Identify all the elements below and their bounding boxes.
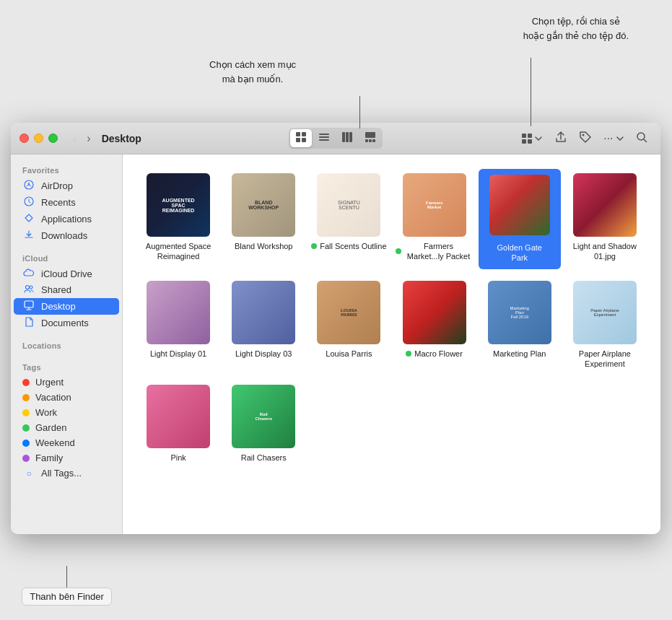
group-button[interactable] (517, 131, 546, 147)
svg-rect-0 (296, 132, 300, 136)
vacation-dot (22, 394, 30, 401)
all-tags-icon: ○ (22, 468, 35, 479)
recents-icon (22, 196, 35, 209)
work-label: Work (35, 407, 57, 418)
downloads-label: Downloads (41, 230, 87, 241)
file-item-light-shadow[interactable]: Light and Shadow 01.jpg (564, 169, 646, 269)
airdrop-icon (22, 180, 35, 192)
view-list-btn[interactable] (313, 129, 335, 147)
file-thumb-marketing: MarketingPlanFall 2019 (488, 281, 551, 344)
svg-point-23 (26, 286, 30, 289)
file-thumb-macro (403, 281, 466, 344)
close-button[interactable] (19, 134, 29, 143)
file-label-golden: Golden Gate Park (484, 241, 556, 265)
file-label-pink: Pink (170, 453, 186, 463)
svg-rect-10 (365, 132, 375, 138)
garden-label: Garden (35, 422, 66, 433)
files-grid: AUGMENTEDSPACREIMAGINED Augmented Space … (137, 169, 646, 467)
forward-button[interactable]: › (83, 131, 94, 147)
file-item-louisa[interactable]: LOUISAPARRIS Louisa Parris (307, 276, 390, 374)
svg-point-24 (30, 286, 32, 289)
svg-rect-9 (349, 132, 352, 142)
svg-rect-1 (302, 132, 306, 136)
file-label-fall-scents: Fall Scents Outline (320, 241, 386, 251)
maximize-button[interactable] (48, 134, 58, 143)
sidebar-item-desktop[interactable]: Desktop (14, 298, 119, 315)
macro-label-row: Macro Flower (406, 349, 463, 359)
sidebar-section-icloud: iCloud (11, 248, 122, 266)
bottom-annotation-area: Thanh bên Finder (11, 566, 123, 606)
file-label-farmers: Farmers Market...ly Packet (404, 241, 472, 262)
tag-button[interactable] (575, 128, 595, 149)
view-column-btn[interactable] (336, 129, 358, 147)
sidebar-item-downloads[interactable]: Downloads (14, 227, 119, 244)
shared-label: Shared (41, 284, 71, 295)
toolbar-right: ··· (517, 128, 652, 149)
svg-rect-25 (25, 301, 33, 307)
sidebar-item-all-tags[interactable]: ○ All Tags... (14, 466, 119, 481)
documents-label: Documents (41, 318, 89, 328)
urgent-label: Urgent (35, 377, 64, 388)
window-title: Desktop (102, 133, 141, 144)
sidebar-item-airdrop[interactable]: AirDrop (14, 178, 119, 194)
family-dot (22, 455, 30, 462)
sidebar-item-family[interactable]: Family (14, 450, 119, 466)
sidebar-item-applications[interactable]: Applications (14, 211, 119, 227)
file-item-paper[interactable]: Paper AirplaneExperiment Paper Airplane … (564, 276, 646, 374)
more-button[interactable]: ··· (600, 130, 627, 147)
sidebar-section-tags: Tags (11, 357, 122, 375)
file-label-marketing: Marketing Plan (493, 349, 546, 359)
svg-rect-16 (522, 139, 526, 144)
sidebar-item-shared[interactable]: Shared (14, 281, 119, 298)
minimize-button[interactable] (34, 134, 43, 143)
back-button[interactable]: ‹ (69, 131, 80, 147)
sidebar-item-documents[interactable]: Documents (14, 315, 119, 331)
file-item-rail[interactable]: RailChasers Rail Chasers (222, 380, 305, 467)
nav-buttons: ‹ › (69, 131, 95, 147)
file-item-pink[interactable]: Pink (137, 380, 219, 467)
sidebar-item-work[interactable]: Work (14, 405, 119, 420)
sidebar-section-locations: Locations (11, 336, 122, 353)
sidebar-item-urgent[interactable]: Urgent (14, 375, 119, 390)
sidebar-item-garden[interactable]: Garden (14, 420, 119, 435)
svg-rect-4 (319, 134, 329, 135)
svg-rect-8 (346, 132, 349, 142)
file-item-farmers[interactable]: FarmersMarket Farmers Market...ly Packet (393, 169, 475, 269)
svg-rect-14 (522, 134, 526, 138)
share-button[interactable] (551, 128, 571, 149)
file-item-macro[interactable]: Macro Flower (393, 276, 475, 374)
file-item-augmented[interactable]: AUGMENTEDSPACREIMAGINED Augmented Space … (137, 169, 219, 269)
sidebar-item-recents[interactable]: Recents (14, 194, 119, 211)
recents-label: Recents (41, 197, 76, 208)
svg-rect-5 (319, 136, 329, 138)
file-thumb-pink (147, 385, 210, 448)
desktop-icon (22, 300, 35, 313)
file-label-louisa: Louisa Parris (326, 349, 372, 359)
file-item-bland[interactable]: BLANDWORKSHOP Bland Workshop (222, 169, 305, 269)
downloads-icon (22, 230, 35, 242)
sidebar-item-vacation[interactable]: Vacation (14, 390, 119, 405)
file-thumb-rail: RailChasers (232, 385, 295, 448)
search-button[interactable] (632, 128, 652, 149)
file-thumb-augmented: AUGMENTEDSPACREIMAGINED (147, 173, 210, 237)
svg-rect-17 (528, 139, 532, 144)
sidebar-item-icloud-drive[interactable]: iCloud Drive (14, 266, 119, 281)
annotation-mid: Chọn cách xem mụcmà bạn muốn. (209, 58, 296, 86)
applications-label: Applications (41, 214, 92, 224)
file-thumb-farmers: FarmersMarket (403, 173, 466, 237)
bottom-annotation: Thanh bên Finder (22, 588, 112, 606)
file-item-fall-scents[interactable]: SIGNATUSCENTU Fall Scents Outline (307, 169, 390, 269)
fall-scents-label-row: Fall Scents Outline (311, 241, 386, 251)
sidebar-item-weekend[interactable]: Weekend (14, 435, 119, 450)
file-item-golden[interactable]: Golden Gate Park (479, 169, 561, 269)
view-gallery-btn[interactable] (359, 129, 381, 147)
file-item-light-display03[interactable]: Light Display 03 (222, 276, 305, 374)
view-buttons (289, 128, 383, 149)
farmers-label-row: Farmers Market...ly Packet (396, 241, 472, 262)
sidebar: Favorites AirDrop (11, 154, 123, 534)
fall-scents-tag (311, 243, 317, 249)
file-item-marketing[interactable]: MarketingPlanFall 2019 Marketing Plan (479, 276, 561, 374)
file-item-light-display01[interactable]: Light Display 01 (137, 276, 219, 374)
view-icon-btn[interactable] (290, 129, 312, 147)
annotation-line-right (531, 58, 531, 126)
